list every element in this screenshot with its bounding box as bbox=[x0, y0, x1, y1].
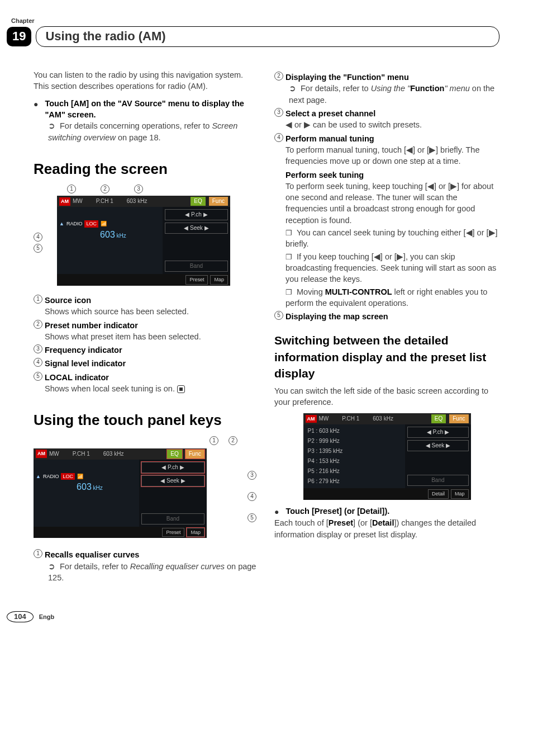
legend-preset-desc: Shows what preset item has been selected… bbox=[45, 331, 259, 342]
legend-func-ref: For details, refer to Using the "Functio… bbox=[289, 83, 499, 106]
preset-p5[interactable]: P5 : 216 kHz bbox=[306, 467, 403, 476]
bullet-icon: ● bbox=[274, 507, 279, 518]
freq-top-label: 603 kHz bbox=[127, 197, 147, 205]
reference-icon bbox=[48, 562, 60, 571]
note-icon bbox=[285, 287, 297, 296]
step-touch-preset: Touch [Preset] (or [Detail]). bbox=[285, 505, 389, 517]
chapter-number: 19 bbox=[7, 27, 31, 46]
preset-p2[interactable]: P2 : 999 kHz bbox=[306, 437, 403, 446]
preset-p3[interactable]: P3 : 1395 kHz bbox=[306, 447, 403, 456]
legend-freq: Frequency indicator bbox=[45, 344, 122, 356]
switching-paragraph: You can switch the left side of the basi… bbox=[274, 385, 499, 408]
pch-label: P.CH 1 bbox=[96, 197, 113, 205]
heading-reading-screen: Reading the screen bbox=[34, 159, 259, 179]
note-cancel-seek: You can cancel seek tuning by touching e… bbox=[285, 227, 499, 250]
legend-local-desc: Shows when local seek tuning is on. bbox=[45, 383, 259, 394]
legend-func-menu: Displaying the "Function" menu bbox=[285, 72, 409, 83]
mw-label: MW bbox=[73, 197, 83, 205]
loc-indicator: LOC bbox=[84, 220, 98, 228]
legend-manual-tuning: Perform manual tuning bbox=[285, 133, 374, 144]
detail-button[interactable]: Detail bbox=[428, 489, 449, 499]
reference-icon bbox=[48, 121, 60, 130]
legend-select-preset: Select a preset channel bbox=[285, 108, 375, 119]
stop-icon bbox=[177, 385, 185, 393]
map-button[interactable]: Map bbox=[210, 275, 228, 285]
note-icon bbox=[285, 228, 297, 237]
preset-list: P1 : 603 kHz P2 : 999 kHz P3 : 1395 kHz … bbox=[303, 424, 406, 488]
bullet-icon: ● bbox=[34, 99, 38, 110]
callout-5b: 5 bbox=[248, 513, 256, 522]
chapter-header: 19 Using the radio (AM) bbox=[7, 26, 499, 47]
legend-recall-ref: For details, refer to Recalling equalise… bbox=[48, 561, 259, 584]
preset-p6[interactable]: P6 : 279 kHz bbox=[306, 477, 403, 486]
note-icon bbox=[285, 252, 297, 261]
screenshot-touch-keys: AM MW P.CH 1 603 kHz EQ Func ▲ RADIO bbox=[34, 448, 207, 538]
band-button[interactable]: Band bbox=[165, 261, 228, 272]
step-touch-am: Touch [AM] on the "AV Source" menu to di… bbox=[45, 98, 259, 121]
callout-5: 5 bbox=[34, 244, 42, 253]
legend-manual-desc: To perform manual tuning, touch [◀] or [… bbox=[285, 144, 499, 167]
legend-recall-eq: Recalls equaliser curves bbox=[45, 549, 139, 560]
radio-label: RADIO bbox=[66, 220, 83, 228]
legend-seek-tuning: Perform seek tuning bbox=[285, 169, 499, 181]
heading-touch-keys: Using the touch panel keys bbox=[34, 410, 259, 430]
legend-preset-num: Preset number indicator bbox=[45, 320, 138, 331]
am-icon: AM bbox=[59, 197, 70, 206]
preset-button[interactable]: Preset bbox=[185, 275, 208, 285]
legend-source-icon: Source icon bbox=[45, 295, 91, 306]
chapter-label: Chapter bbox=[11, 17, 499, 25]
map-button-hl[interactable]: Map bbox=[187, 528, 204, 537]
page-footer: 104 Engb bbox=[7, 611, 499, 622]
callout-2b: 2 bbox=[229, 436, 237, 445]
preset-p4[interactable]: P4 : 153 kHz bbox=[306, 457, 403, 466]
language-code: Engb bbox=[39, 613, 55, 621]
callout-4b: 4 bbox=[248, 492, 256, 501]
page-title: Using the radio (AM) bbox=[45, 28, 165, 45]
title-capsule: Using the radio (AM) bbox=[36, 26, 499, 47]
touch-preset-desc: Each touch of [Preset] (or [Detail]) cha… bbox=[274, 517, 499, 540]
note-skip-freq: If you keep touching [◀] or [▶], you can… bbox=[285, 251, 499, 285]
callout-3b: 3 bbox=[248, 471, 256, 480]
note-multi-control: Moving MULTI-CONTROL left or right enabl… bbox=[285, 286, 499, 309]
legend-map-screen: Displaying the map screen bbox=[285, 311, 388, 322]
func-button[interactable]: Func bbox=[209, 197, 228, 206]
eq-button-hl[interactable]: EQ bbox=[167, 450, 182, 459]
legend-signal: Signal level indicator bbox=[45, 358, 126, 369]
legend-local: LOCAL indicator bbox=[45, 372, 109, 383]
screenshot-reading: AM MW P.CH 1 603 kHz EQ Func ▲ RADIO bbox=[57, 196, 230, 286]
frequency-large: 603 bbox=[100, 230, 115, 239]
seek-nav-button[interactable]: ◀ Seek ▶ bbox=[165, 223, 228, 234]
eq-button[interactable]: EQ bbox=[191, 197, 205, 206]
callout-4: 4 bbox=[34, 233, 42, 242]
legend-seek-desc: To perform seek tuning, keep touching [◀… bbox=[285, 181, 499, 226]
preset-p1[interactable]: P1 : 603 kHz bbox=[306, 427, 403, 436]
screenshot-preset-list: AM MW P.CH 1 603 kHz EQ Func P1 : 603 kH… bbox=[303, 413, 471, 500]
callout-1b: 1 bbox=[210, 436, 218, 445]
legend-select-desc: ◀ or ▶ can be used to switch presets. bbox=[285, 119, 499, 130]
heading-switching: Switching between the detailed informati… bbox=[274, 332, 499, 381]
intro-paragraph: You can listen to the radio by using thi… bbox=[34, 69, 259, 92]
func-button-hl[interactable]: Func bbox=[185, 450, 204, 459]
step-ref: For details concerning operations, refer… bbox=[48, 120, 259, 143]
pch-nav-button-hl[interactable]: ◀ P.ch ▶ bbox=[141, 462, 204, 473]
reference-icon bbox=[289, 84, 301, 93]
pch-nav-button[interactable]: ◀ P.ch ▶ bbox=[165, 209, 228, 220]
seek-nav-button-hl[interactable]: ◀ Seek ▶ bbox=[141, 475, 204, 486]
legend-source-desc: Shows which source has been selected. bbox=[45, 306, 259, 317]
page-number: 104 bbox=[7, 611, 34, 622]
